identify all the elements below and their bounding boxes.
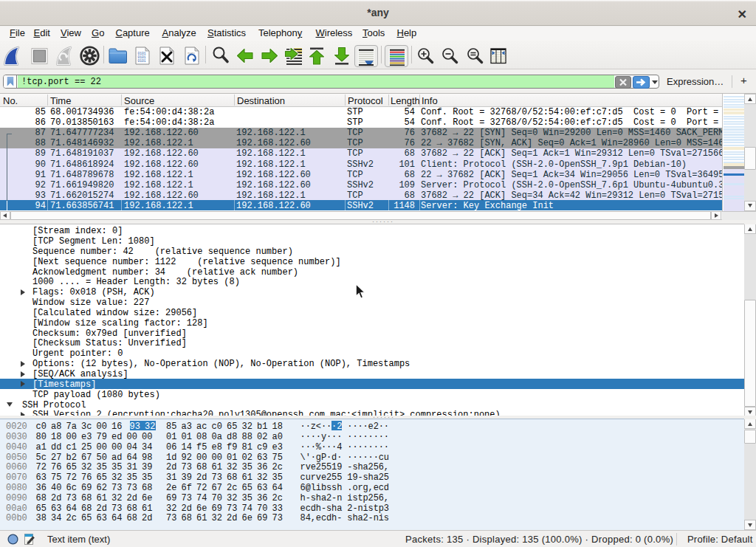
svg-text:0101: 0101 xyxy=(138,59,146,63)
